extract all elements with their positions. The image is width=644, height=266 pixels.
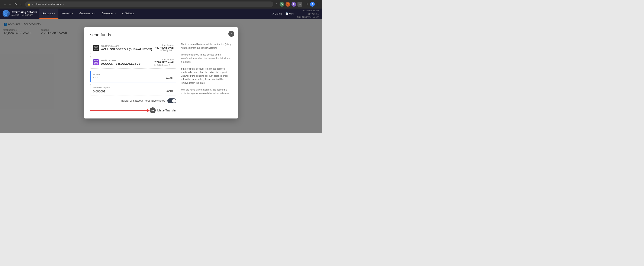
app-header: Avail Turing Network avail/39 ▾ #1,047,4… <box>0 9 322 19</box>
logo-circle <box>2 10 10 17</box>
security-icon: 🔒 <box>28 3 30 6</box>
send-to-selector[interactable]: send to address ACCOUNT 3 (SUBWALLET-JS)… <box>90 56 176 69</box>
wiki-link[interactable]: 📄 Wiki <box>285 12 294 15</box>
modal-body: send from account AVAIL GOLDBERG 1 (SUBW… <box>90 42 232 113</box>
amount-field: amount AVAIL <box>90 71 176 82</box>
nav-developer[interactable]: Developer ▼ <box>99 9 119 19</box>
modal-overlay: send funds × <box>0 19 322 133</box>
network-dropdown-arrow: ▼ <box>72 13 73 15</box>
github-link[interactable]: ↗ GitHub <box>272 12 282 15</box>
browser-chrome: ← → ↻ ⌂ 🔒 explorer.avail.so/#/accounts ☆… <box>0 0 322 9</box>
arrow-line <box>90 110 148 111</box>
nav-settings[interactable]: ⚙ Settings <box>119 9 137 19</box>
ext-icon-s[interactable]: S <box>280 2 284 7</box>
header-right: ↗ GitHub 📄 Wiki Avail Node v2.2.0 api v1… <box>272 9 322 19</box>
send-from-balance: transferable 7,527.0966 avail 5DDY2yzh8.… <box>154 44 174 52</box>
send-from-details: send from account AVAIL GOLDBERG 1 (SUBW… <box>101 45 152 51</box>
existential-deposit-field: existential deposit 0.000001 AVAIL <box>90 84 176 95</box>
nav-accounts[interactable]: Accounts ▼ <box>40 9 58 19</box>
url-text: explorer.avail.so/#/accounts <box>32 3 64 6</box>
send-to-balance: transferable 2,770.5220 avail 5Fo3SNFcN.… <box>154 59 174 66</box>
download-icon[interactable]: ⬇ <box>306 3 308 6</box>
app-logo: Avail Turing Network avail/39 ▾ #1,047,4… <box>2 10 40 17</box>
hint1: The transferred balance will be subtract… <box>180 43 232 50</box>
developer-dropdown-arrow: ▼ <box>114 13 116 15</box>
nav-governance[interactable]: Governance ▼ <box>76 9 99 19</box>
network-name: Avail Turing Network <box>12 11 37 14</box>
menu-icon[interactable]: ⋮ <box>316 3 320 6</box>
logo-text: Avail Turing Network avail/39 ▾ #1,047,4… <box>12 11 37 17</box>
keep-alive-label: transfer with account keep-alive checks <box>121 99 165 102</box>
profile-icon[interactable]: P <box>310 2 315 7</box>
send-to-dropdown-icon[interactable]: ▼ <box>169 64 171 66</box>
svg-point-1 <box>5 13 7 15</box>
ext-icon-p[interactable]: P <box>292 2 296 7</box>
keep-alive-toggle-row: transfer with account keep-alive checks <box>90 98 176 103</box>
send-from-selector[interactable]: send from account AVAIL GOLDBERG 1 (SUBW… <box>90 42 176 54</box>
accounts-dropdown-arrow: ▼ <box>54 13 56 15</box>
extension-icons: S 🦊 P ⊞ <box>280 2 302 7</box>
modal-title: send funds <box>90 33 232 37</box>
nav-network[interactable]: Network ▼ <box>58 9 76 19</box>
separator <box>304 2 304 7</box>
modal-hints: The transferred balance will be subtract… <box>180 42 232 113</box>
back-button[interactable]: ← <box>2 2 7 7</box>
send-from-icon <box>93 45 99 51</box>
ext-icon-fox[interactable]: 🦊 <box>286 2 290 7</box>
amount-unit: AVAIL <box>166 77 173 80</box>
governance-dropdown-arrow: ▼ <box>94 13 96 15</box>
logo-svg <box>4 12 8 16</box>
modal-close-button[interactable]: × <box>228 31 234 37</box>
reload-button[interactable]: ↻ <box>14 2 18 7</box>
nav-menu: Accounts ▼ Network ▼ Governance ▼ Develo… <box>40 9 138 19</box>
send-to-details: send to address ACCOUNT 3 (SUBWALLET-JS) <box>101 59 152 65</box>
send-to-icon <box>93 59 99 65</box>
browser-actions: ☆ S 🦊 P ⊞ ⬇ P ⋮ <box>275 2 320 7</box>
network-sub: avail/39 ▾ #1,047,478 <box>12 14 37 17</box>
star-icon[interactable]: ☆ <box>275 3 278 6</box>
forward-button[interactable]: → <box>8 2 12 7</box>
hint2: The beneficiary will have access to the … <box>180 53 232 64</box>
home-button[interactable]: ⌂ <box>19 2 24 7</box>
make-transfer-button[interactable]: Make Transfer <box>150 107 176 113</box>
send-icon <box>150 107 156 113</box>
toggle-knob <box>172 99 176 103</box>
hint3: If the recipient account is new, the bal… <box>180 67 232 85</box>
send-funds-modal: send funds × <box>84 27 238 118</box>
modal-footer: Make Transfer <box>90 107 176 113</box>
keep-alive-toggle[interactable] <box>168 98 176 103</box>
node-info: Avail Node v2.2.0 api v14.3.1 avail-apps… <box>297 9 318 19</box>
ext-icon-grid[interactable]: ⊞ <box>298 2 302 7</box>
deposit-unit: AVAIL <box>166 90 174 93</box>
address-bar[interactable]: 🔒 explorer.avail.so/#/accounts <box>25 2 274 7</box>
modal-left: send from account AVAIL GOLDBERG 1 (SUBW… <box>90 42 176 113</box>
hint4: With the keep-alive option set, the acco… <box>180 88 232 95</box>
browser-nav-buttons: ← → ↻ ⌂ <box>2 2 24 7</box>
amount-input[interactable] <box>93 76 166 80</box>
